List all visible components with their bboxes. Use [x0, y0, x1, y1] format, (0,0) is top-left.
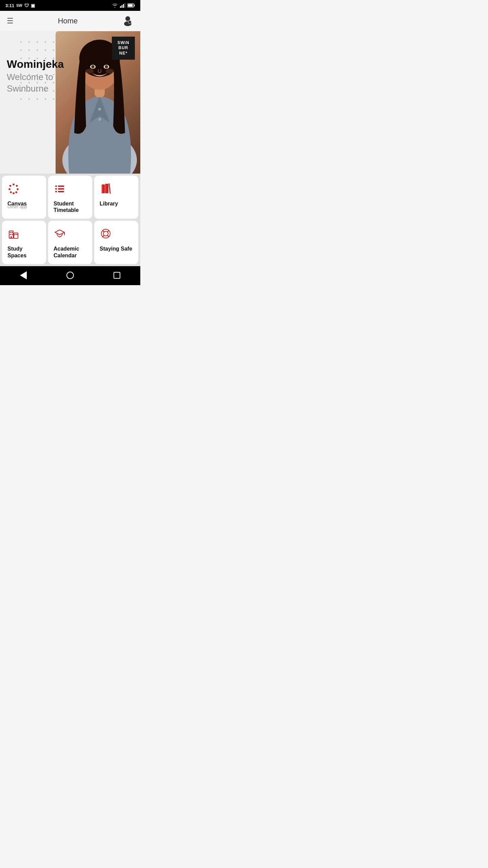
svg-rect-32	[55, 185, 57, 187]
swinburne-logo: SWiNBURNE*	[112, 37, 135, 60]
profile-icon	[122, 15, 134, 26]
svg-point-17	[91, 65, 95, 68]
recent-icon	[114, 272, 120, 279]
svg-rect-1	[122, 5, 123, 8]
svg-rect-46	[12, 232, 13, 233]
svg-rect-50	[16, 234, 17, 235]
logo-text: SWiNBURNE*	[117, 40, 129, 56]
svg-marker-52	[55, 230, 64, 235]
status-indicators	[112, 3, 135, 8]
svg-rect-44	[14, 233, 18, 238]
wifi-icon	[112, 3, 118, 8]
app-icon-1: SW	[16, 3, 22, 7]
svg-rect-33	[58, 185, 64, 187]
hero-section: (function() { const container = document…	[0, 31, 140, 174]
back-button[interactable]	[17, 269, 30, 282]
svg-rect-51	[11, 236, 12, 238]
svg-rect-48	[12, 234, 13, 235]
hero-subtitle: Welcome to Swinburne	[7, 72, 64, 95]
svg-line-58	[107, 231, 108, 232]
svg-rect-5	[128, 4, 133, 7]
student-timetable-card[interactable]: Student Timetable	[48, 176, 92, 219]
svg-point-30	[8, 188, 11, 190]
svg-point-22	[98, 108, 101, 111]
svg-rect-39	[102, 185, 103, 193]
svg-rect-34	[55, 188, 57, 190]
svg-point-10	[128, 21, 131, 23]
svg-rect-49	[15, 234, 16, 235]
svg-point-21	[106, 69, 114, 74]
svg-point-20	[85, 69, 94, 74]
svg-rect-36	[55, 191, 57, 192]
svg-rect-3	[125, 3, 126, 8]
top-navigation: ☰ Home	[0, 11, 140, 31]
svg-rect-0	[120, 6, 121, 8]
page-title: Home	[58, 17, 78, 25]
library-label: Library	[100, 200, 133, 207]
svg-point-26	[17, 188, 19, 190]
svg-point-7	[125, 16, 130, 21]
back-icon	[20, 271, 27, 279]
svg-point-31	[9, 185, 12, 187]
battery-icon	[127, 3, 135, 7]
svg-rect-47	[10, 234, 11, 235]
svg-rect-2	[123, 4, 124, 8]
status-time: 3:11	[5, 3, 14, 8]
academic-calendar-label: Academic Calendar	[54, 245, 87, 258]
shield-icon: 🛡	[24, 3, 29, 8]
home-button[interactable]	[63, 269, 77, 282]
svg-point-27	[15, 191, 17, 193]
signal-icon	[120, 3, 125, 8]
svg-point-25	[16, 185, 18, 187]
profile-button[interactable]	[122, 15, 134, 27]
canvas-card[interactable]: Canvas Other app	[2, 176, 46, 219]
canvas-icon	[7, 182, 41, 196]
svg-rect-37	[58, 191, 64, 192]
svg-line-42	[109, 184, 110, 193]
timetable-icon	[54, 182, 87, 196]
svg-line-56	[103, 231, 104, 232]
study-spaces-icon	[7, 228, 41, 241]
svg-point-29	[10, 191, 12, 193]
app-grid: Canvas Other app Student Timetable	[0, 174, 140, 266]
hamburger-menu-button[interactable]: ☰	[7, 17, 14, 25]
library-icon	[100, 182, 133, 196]
timetable-label: Student Timetable	[54, 200, 87, 213]
study-spaces-label: Study Spaces	[7, 245, 41, 258]
academic-calendar-card[interactable]: Academic Calendar	[48, 221, 92, 264]
staying-safe-card[interactable]: Staying Safe	[94, 221, 138, 264]
hero-text-block: Wominjeka Welcome to Swinburne	[7, 58, 64, 95]
status-bar: 3:11 SW 🛡 ▣	[0, 0, 140, 11]
canvas-sublabel: Other app	[7, 204, 41, 209]
svg-line-59	[103, 235, 104, 236]
svg-rect-45	[10, 232, 11, 233]
bottom-navigation	[0, 266, 140, 285]
svg-line-57	[107, 235, 108, 236]
hero-greeting: Wominjeka	[7, 58, 64, 70]
svg-point-24	[13, 183, 15, 185]
staying-safe-icon	[100, 228, 133, 241]
sd-icon: ▣	[31, 3, 35, 8]
staying-safe-label: Staying Safe	[100, 245, 133, 252]
library-card[interactable]: Library	[94, 176, 138, 219]
svg-rect-35	[58, 188, 64, 190]
recent-button[interactable]	[110, 269, 124, 282]
study-spaces-card[interactable]: Study Spaces	[2, 221, 46, 264]
svg-point-19	[105, 65, 108, 68]
svg-rect-6	[134, 5, 135, 6]
svg-point-23	[98, 118, 101, 121]
academic-calendar-icon	[54, 228, 87, 241]
svg-point-28	[13, 192, 15, 194]
home-icon	[66, 272, 74, 279]
svg-rect-41	[105, 184, 106, 193]
